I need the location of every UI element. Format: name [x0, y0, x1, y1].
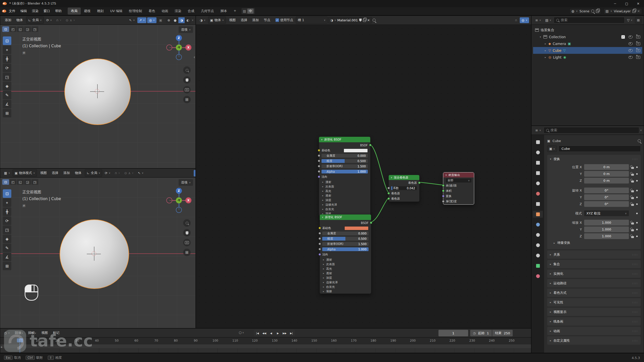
workspace-tab[interactable]: +: [230, 8, 240, 15]
options-dropdown[interactable]: 选项∨: [179, 26, 193, 33]
input-socket[interactable]: [318, 154, 320, 157]
gizmo-axis-z[interactable]: Z: [176, 35, 182, 41]
gizmo-axis-z-neg[interactable]: [176, 54, 182, 60]
shader-editor-menu[interactable]: 选择: [238, 17, 250, 23]
new-scene-icon[interactable]: [596, 10, 599, 13]
gizmo-axis-z-neg[interactable]: [176, 207, 182, 213]
gizmo-axis-y-neg[interactable]: -Y: [176, 44, 182, 51]
workspace-tab[interactable]: 建模: [81, 8, 94, 15]
camera-row[interactable]: ▸ ◆ Camera ▣: [533, 40, 642, 47]
cube-row-selected[interactable]: ▸ ▽ Cube ▽: [533, 47, 642, 54]
target-dropdown[interactable]: 全部∨: [446, 178, 471, 183]
gizmo-axis-x-neg[interactable]: [166, 44, 172, 51]
input-socket[interactable]: [442, 200, 445, 203]
animate-dot-icon[interactable]: [636, 166, 638, 168]
properties-tab-material[interactable]: [533, 273, 543, 280]
factor-slider[interactable]: 系数 0.042: [391, 186, 417, 190]
render-visibility-icon[interactable]: [636, 56, 640, 59]
zoom-icon[interactable]: [183, 66, 191, 74]
workspace-tab[interactable]: 雕刻: [94, 8, 107, 15]
shader-editor-menu[interactable]: 节点: [261, 17, 273, 23]
light-row[interactable]: ▸ ◎ Light ◉: [533, 54, 642, 61]
expand-icon[interactable]: ▸: [544, 49, 547, 52]
viewport-menu[interactable]: 视图: [38, 170, 49, 176]
value-slider[interactable]: 金属度 0.000: [322, 232, 369, 235]
drag-handle-icon[interactable]: ::::: [632, 339, 638, 342]
copy-material-icon[interactable]: [363, 19, 366, 22]
animate-dot-icon[interactable]: [636, 173, 638, 175]
collapsed-panel[interactable]: ▸关系 ::::: [547, 250, 641, 259]
properties-tab-collection[interactable]: [533, 200, 543, 207]
workspace-tab[interactable]: 动画: [158, 8, 172, 15]
drag-handle-icon[interactable]: ::::: [632, 291, 638, 294]
close-button[interactable]: ✕: [632, 0, 644, 7]
input-socket[interactable]: [318, 149, 320, 152]
pan-hand-icon[interactable]: [183, 229, 191, 237]
tool-select-box[interactable]: ⊡: [3, 189, 11, 198]
transform-value-field[interactable]: 0°: [584, 201, 629, 207]
transform-panel-header[interactable]: ▾变换 ::::: [547, 155, 641, 163]
shading-material-preview[interactable]: ◑: [178, 17, 185, 23]
shader-type-dropdown[interactable]: ▣ 物体∨: [208, 17, 226, 24]
transform-value-field[interactable]: 0 m: [584, 164, 629, 170]
unlock-icon[interactable]: [631, 222, 634, 224]
collapsed-panel[interactable]: ▸着色方式 ::::: [547, 289, 641, 297]
material-datablock[interactable]: ◑∨ Material.001 ✕: [328, 17, 372, 23]
input-socket[interactable]: [318, 232, 321, 235]
input-socket[interactable]: [318, 170, 320, 173]
transform-value-field[interactable]: 1.000: [584, 220, 629, 225]
unlock-icon[interactable]: [631, 229, 634, 231]
timeline-menu[interactable]: 标记∨: [50, 330, 62, 336]
scene-collection-row[interactable]: 场景集合: [533, 27, 642, 33]
show-gizmo-dropdown[interactable]: ↖∨: [127, 17, 137, 23]
gizmo-axis-x[interactable]: X: [185, 197, 191, 203]
render-visibility-icon[interactable]: [636, 42, 640, 45]
properties-tab-scene[interactable]: [533, 180, 543, 187]
jump-to-end-button[interactable]: ▶|: [288, 330, 295, 336]
timeline-menu[interactable]: 回放∨: [12, 330, 26, 336]
play-reverse-button[interactable]: ◀: [268, 330, 274, 336]
input-socket[interactable]: [318, 175, 320, 178]
unlock-icon[interactable]: [631, 204, 634, 206]
editor-type-button[interactable]: ◷∨: [2, 330, 12, 336]
editor-type-button[interactable]: ◑∨: [198, 17, 207, 23]
viewport-menu[interactable]: 物体: [14, 17, 25, 23]
editor-type-button[interactable]: ▦∨: [2, 170, 12, 176]
node-subpanel[interactable]: ▸高光: [319, 189, 370, 193]
properties-tab-physics[interactable]: [533, 231, 543, 238]
transform-value-field[interactable]: 0 m: [584, 171, 629, 177]
tool-add-cube[interactable]: ⊞: [3, 109, 11, 117]
expand-icon[interactable]: ▸: [544, 56, 547, 59]
expand-icon[interactable]: ▾: [539, 36, 542, 38]
select-mode-tweak[interactable]: ⊡: [2, 26, 9, 32]
properties-tab-particles[interactable]: [533, 252, 543, 259]
animate-dot-icon[interactable]: [636, 222, 638, 223]
gizmos-toggle-partial[interactable]: [194, 170, 195, 176]
node-subpanel[interactable]: ▸自发光: [320, 285, 371, 289]
viewport-menu[interactable]: 添加: [61, 170, 72, 176]
prev-keyframe-button[interactable]: ◀◀: [261, 330, 267, 336]
camera-view-icon[interactable]: [183, 86, 191, 94]
gizmo-axis-y-neg[interactable]: -Y: [176, 197, 182, 203]
collapsed-panel[interactable]: ▸实例化 ::::: [547, 269, 641, 278]
workspace-tab[interactable]: 渲染: [172, 8, 185, 15]
object-name-field[interactable]: Cube: [558, 146, 641, 152]
properties-tab-output[interactable]: [533, 159, 543, 166]
viewlayer-selector[interactable]: ▤∨ ViewLayer ✕: [603, 8, 642, 14]
select-mode-box[interactable]: ◰: [10, 179, 16, 185]
input-socket[interactable]: [318, 165, 320, 167]
tool-select-box[interactable]: ⊡: [3, 36, 11, 45]
node-header[interactable]: ∨原理化 BSDF: [320, 214, 371, 220]
properties-tab-world[interactable]: [533, 190, 543, 197]
node-subpanel[interactable]: ▸透射: [320, 271, 371, 276]
gizmo-axis-z[interactable]: Z: [176, 188, 182, 194]
node-header[interactable]: ∨混合着色器: [389, 175, 419, 180]
snap-toggle[interactable]: ∩: [513, 17, 519, 23]
value-slider[interactable]: 折射率(IOR) 1.500: [321, 164, 368, 168]
input-socket[interactable]: [318, 160, 320, 162]
tool-transform[interactable]: ◈: [3, 235, 11, 243]
shading-rendered[interactable]: ◐: [185, 17, 191, 23]
value-slider[interactable]: 糙度 0.500: [322, 237, 369, 241]
value-slider[interactable]: Alpha 1.000: [321, 170, 368, 173]
transform-orientation-dropdown[interactable]: ∟ 全局∨: [26, 17, 44, 24]
